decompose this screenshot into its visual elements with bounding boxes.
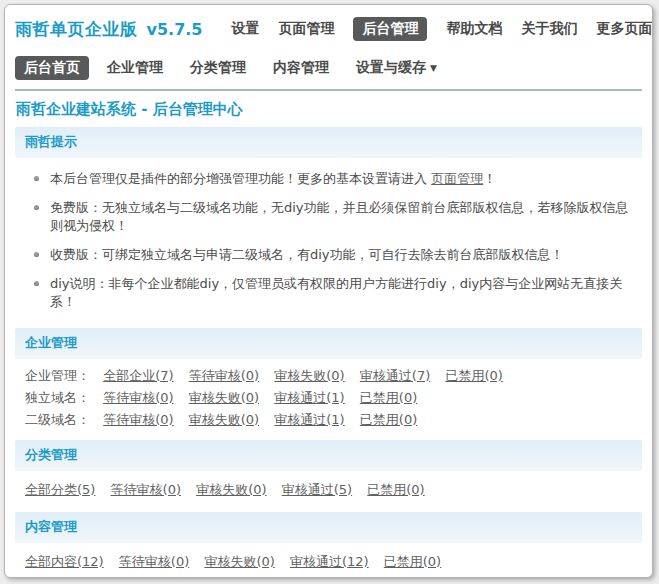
review-passed-link[interactable]: 审核通过(5) [282, 482, 352, 497]
list-item: 收费版：可绑定独立域名与申请二级域名，有diy功能，可自行去除去前台底部版权信息… [25, 246, 632, 264]
section-category: 分类管理 全部分类(5) 等待审核(0) 审核失败(0) 审核通过(5) 已禁用… [15, 440, 642, 512]
bullet-icon [34, 281, 39, 286]
category-stats: 全部分类(5) 等待审核(0) 审核失败(0) 审核通过(5) 已禁用(0) [15, 471, 642, 512]
disabled-link[interactable]: 已禁用(0) [367, 482, 424, 497]
bullet-icon [34, 252, 39, 257]
enterprise-stats: 企业管理： 全部企业(7) 等待审核(0) 审核失败(0) 审核通过(7) 已禁… [15, 359, 642, 440]
top-nav-item-about-us[interactable]: 关于我们 [521, 20, 577, 38]
review-failed-link[interactable]: 审核失败(0) [189, 390, 259, 405]
section-content: 内容管理 全部内容(12) 等待审核(0) 审核失败(0) 审核通过(12) 已… [15, 512, 642, 578]
all-enterprises-link[interactable]: 全部企业(7) [103, 368, 173, 383]
top-nav-item-more-pages[interactable]: 更多页面 [596, 20, 652, 38]
sub-nav-item-settings-cache[interactable]: 设置与缓存▼ [356, 59, 437, 77]
admin-page-card: 雨哲单页企业版 v5.7.5 设置 页面管理 后台管理 帮助文档 关于我们 更多… [4, 4, 653, 578]
section-tips-header: 雨哲提示 [15, 127, 642, 158]
review-passed-link[interactable]: 审核通过(1) [274, 390, 344, 405]
row-label: 企业管理： [25, 368, 90, 383]
chevron-down-icon: ▼ [430, 63, 437, 73]
table-row: 二级域名： 等待审核(0) 审核失败(0) 审核通过(1) 已禁用(0) [25, 409, 632, 431]
all-content-link[interactable]: 全部内容(12) [25, 554, 104, 569]
section-content-header: 内容管理 [15, 512, 642, 543]
table-row: 企业管理： 全部企业(7) 等待审核(0) 审核失败(0) 审核通过(7) 已禁… [25, 365, 632, 387]
review-failed-link[interactable]: 审核失败(0) [274, 368, 344, 383]
review-failed-link[interactable]: 审核失败(0) [204, 554, 274, 569]
sub-nav-item-category-manage[interactable]: 分类管理 [190, 59, 246, 77]
tip-text: 免费版：无独立域名与二级域名功能，无diy功能，并且必须保留前台底部版权信息，若… [50, 199, 632, 235]
section-category-header: 分类管理 [15, 440, 642, 471]
sub-nav-item-content-manage[interactable]: 内容管理 [273, 59, 329, 77]
top-nav-item-page-manage[interactable]: 页面管理 [278, 20, 334, 38]
tip-text-before: 本后台管理仅是插件的部分增强管理功能！更多的基本设置请进入 [50, 171, 431, 186]
tip-text: diy说明：非每个企业都能diy，仅管理员或有权限的用户方能进行diy，diy内… [50, 275, 632, 311]
tip-text-after: ！ [483, 171, 496, 186]
section-enterprise: 企业管理 企业管理： 全部企业(7) 等待审核(0) 审核失败(0) 审核通过(… [15, 328, 642, 440]
disabled-link[interactable]: 已禁用(0) [360, 390, 417, 405]
review-failed-link[interactable]: 审核失败(0) [196, 482, 266, 497]
page-title: 雨哲企业建站系统 - 后台管理中心 [16, 100, 642, 119]
content-stats: 全部内容(12) 等待审核(0) 审核失败(0) 审核通过(12) 已禁用(0) [15, 543, 642, 578]
top-nav: 雨哲单页企业版 v5.7.5 设置 页面管理 后台管理 帮助文档 关于我们 更多… [15, 17, 642, 41]
pending-review-link[interactable]: 等待审核(0) [111, 482, 181, 497]
bullet-icon [34, 205, 39, 210]
brand-version: v5.7.5 [147, 20, 203, 39]
table-row: 独立域名： 等待审核(0) 审核失败(0) 审核通过(1) 已禁用(0) [25, 387, 632, 409]
brand-title: 雨哲单页企业版 [15, 18, 138, 41]
sub-nav-item-admin-home[interactable]: 后台首页 [15, 56, 89, 80]
all-categories-link[interactable]: 全部分类(5) [25, 482, 95, 497]
row-label: 二级域名： [25, 412, 90, 427]
pending-review-link[interactable]: 等待审核(0) [189, 368, 259, 383]
list-item: 免费版：无独立域名与二级域名功能，无diy功能，并且必须保留前台底部版权信息，若… [25, 199, 632, 235]
pending-review-link[interactable]: 等待审核(0) [103, 412, 173, 427]
pending-review-link[interactable]: 等待审核(0) [103, 390, 173, 405]
top-nav-item-settings[interactable]: 设置 [231, 20, 259, 38]
disabled-link[interactable]: 已禁用(0) [384, 554, 441, 569]
row-label: 独立域名： [25, 390, 90, 405]
tip-text: 本后台管理仅是插件的部分增强管理功能！更多的基本设置请进入 页面管理！ [50, 170, 496, 188]
tip-text: 收费版：可绑定独立域名与申请二级域名，有diy功能，可自行去除去前台底部版权信息… [50, 246, 564, 264]
section-enterprise-header: 企业管理 [15, 328, 642, 359]
sub-nav: 后台首页 企业管理 分类管理 内容管理 设置与缓存▼ [15, 56, 642, 80]
list-item: 本后台管理仅是插件的部分增强管理功能！更多的基本设置请进入 页面管理！ [25, 170, 632, 188]
review-failed-link[interactable]: 审核失败(0) [189, 412, 259, 427]
nav-divider [15, 89, 642, 91]
bullet-icon [34, 176, 39, 181]
section-tips: 雨哲提示 本后台管理仅是插件的部分增强管理功能！更多的基本设置请进入 页面管理！… [15, 127, 642, 328]
review-passed-link[interactable]: 审核通过(12) [290, 554, 369, 569]
pending-review-link[interactable]: 等待审核(0) [119, 554, 189, 569]
disabled-link[interactable]: 已禁用(0) [360, 412, 417, 427]
top-nav-item-admin-manage[interactable]: 后台管理 [353, 17, 427, 41]
review-passed-link[interactable]: 审核通过(1) [274, 412, 344, 427]
review-passed-link[interactable]: 审核通过(7) [360, 368, 430, 383]
sub-nav-item-enterprise-manage[interactable]: 企业管理 [107, 59, 163, 77]
settings-cache-label: 设置与缓存 [356, 59, 426, 75]
disabled-link[interactable]: 已禁用(0) [445, 368, 502, 383]
top-nav-item-help-docs[interactable]: 帮助文档 [446, 20, 502, 38]
list-item: diy说明：非每个企业都能diy，仅管理员或有权限的用户方能进行diy，diy内… [25, 275, 632, 311]
page-manage-link[interactable]: 页面管理 [431, 171, 483, 186]
tips-list: 本后台管理仅是插件的部分增强管理功能！更多的基本设置请进入 页面管理！ 免费版：… [15, 158, 642, 328]
